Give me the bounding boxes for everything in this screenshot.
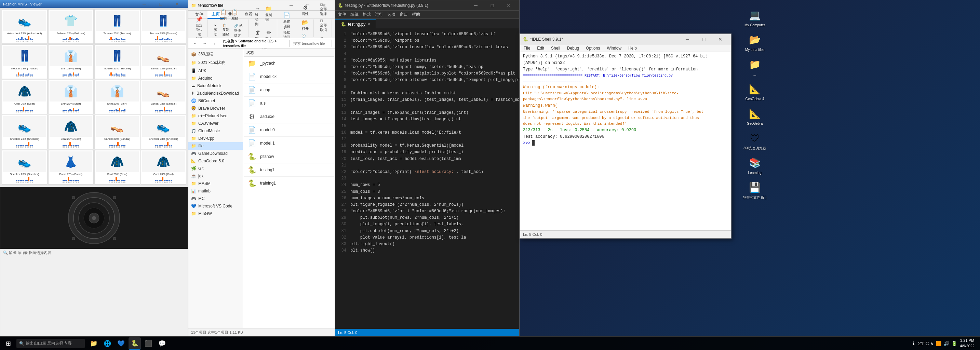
desktop-icon-mycomputer[interactable]: 💻 My Computer: [741, 6, 768, 29]
fm-properties-btn[interactable]: ⚙ 属性: [300, 3, 311, 18]
taskbar-app-terminal[interactable]: ⬛: [142, 337, 154, 350]
fm-minimize-button[interactable]: ─: [283, 0, 299, 11]
taskbar-app-explorer[interactable]: 📁: [88, 337, 100, 350]
fm-sidebar-game[interactable]: 🎮 GameDownload: [188, 150, 243, 157]
idle-maximize-button[interactable]: □: [696, 34, 712, 45]
desktop-icon-mydata[interactable]: 📂 My data files: [741, 31, 768, 54]
fm-address-bar[interactable]: 此电脑 > Software and file (E:) > tensorflo…: [220, 40, 290, 47]
fm-item-model0[interactable]: 📄 model.0: [244, 123, 334, 137]
fm-copyto-btn[interactable]: 📁 复制到: [263, 5, 274, 28]
line-code-29: plot_image(i, predictions[i], test_label…: [350, 221, 463, 228]
menu-format[interactable]: 格式: [363, 12, 371, 18]
desktop-icon-learning[interactable]: 📚 Learning: [741, 154, 768, 177]
fm-item-as[interactable]: 📄 a.s: [244, 97, 334, 110]
fm-sidebar-file[interactable]: 📁 file: [188, 142, 243, 150]
menu-window[interactable]: 窗口: [399, 12, 408, 18]
fm-item-testing1[interactable]: 🐍 testing1: [244, 163, 334, 177]
taskbar-app-python[interactable]: 🐍: [129, 337, 141, 350]
fm-sidebar-git[interactable]: 🌿 Git: [188, 165, 243, 172]
desktop-icon-geogebra4[interactable]: 📐 GeoGebra 4: [741, 80, 768, 103]
python-editor-window[interactable]: 🐍 testing.py - E:\tensorflow file\testin…: [335, 0, 520, 336]
desktop-icon-360[interactable]: 🛡 360安全浏览器: [741, 129, 768, 153]
idle-menu-file[interactable]: File: [522, 46, 531, 51]
fm-sidebar-2021[interactable]: 📁 2021 xcpc比赛: [188, 59, 243, 67]
fm-sidebar-bitcomet[interactable]: 🌀 BitComet: [188, 97, 243, 105]
menu-file[interactable]: 文件: [338, 12, 346, 18]
fm-back-button[interactable]: ←: [191, 39, 199, 48]
fm-sidebar-caj[interactable]: 📁 CAJViewer: [188, 119, 243, 127]
fm-item-acpp[interactable]: 📄 a.cpp: [244, 83, 334, 97]
fm-deselect-btn[interactable]: ☐ 全部取消: [318, 18, 329, 33]
idle-prompt-line[interactable]: >>>: [523, 140, 728, 146]
maximize-button[interactable]: □: [153, 0, 169, 9]
idle-menu-edit[interactable]: Edit: [536, 46, 546, 51]
fm-item-pycach[interactable]: 📁 _pycach: [244, 57, 334, 70]
idle-content-area[interactable]: Python 3.9.1 (tags/v3.9.1:1e5d33e, Dec 7…: [520, 52, 731, 231]
editor-code-area[interactable]: 1"color:">#569cd6;">import tensorflow "c…: [335, 29, 519, 329]
idle-shell-window[interactable]: 🐍 *IDLE Shell 3.9.1* ─ □ ✕ File Edit She…: [520, 33, 732, 239]
fm-sidebar-mingw[interactable]: 📁 MinGW: [188, 210, 243, 217]
editor-maximize-button[interactable]: □: [484, 0, 500, 11]
fm-sidebar-jdk[interactable]: ☕ jdk: [188, 172, 243, 180]
menu-run[interactable]: 运行: [375, 12, 383, 18]
fm-item-training1[interactable]: 🐍 training1: [244, 177, 334, 190]
fm-up-button[interactable]: ↑: [210, 39, 218, 48]
fm-sidebar-360[interactable]: 📦 360压缩: [188, 50, 243, 59]
menu-edit[interactable]: 编辑: [350, 12, 359, 18]
desktop-icon-folder3[interactable]: 📁 ...: [741, 56, 768, 79]
fm-sidebar-matlab[interactable]: 📊 matlab: [188, 187, 243, 195]
folder-bitcomet-icon: 🌀: [191, 99, 196, 103]
fm-search-input[interactable]: [291, 40, 332, 47]
menu-help[interactable]: 帮助: [412, 12, 420, 18]
fm-sidebar-cpp[interactable]: 📁 c++PictureUsed: [188, 112, 243, 119]
fm-item-pltshow[interactable]: 🐍 pltshow: [244, 150, 334, 163]
idle-minimize-button[interactable]: ─: [679, 34, 695, 45]
fm-sidebar-masm[interactable]: 📁 MASM: [188, 180, 243, 187]
fm-sidebar-arduino[interactable]: 📁 Arduino: [188, 75, 243, 82]
fm-sidebar-vscode[interactable]: 💙 Microsoft VS Code: [188, 202, 243, 210]
idle-menu-help[interactable]: Help: [627, 46, 638, 51]
fm-item-modelck[interactable]: 📄 model.ck: [244, 70, 334, 83]
taskbar-app-vscode[interactable]: 💙: [115, 337, 127, 350]
menu-options[interactable]: 选项: [387, 12, 396, 18]
editor-minimize-button[interactable]: ─: [468, 0, 484, 11]
fm-new-item-btn[interactable]: 📄 新建项目: [281, 11, 292, 25]
fm-item-model1[interactable]: 📄 model.1: [244, 137, 334, 150]
taskbar-search[interactable]: 🔍 输出山山最 反向选择内容: [16, 339, 85, 348]
fm-paste-btn[interactable]: 📋 粘贴: [229, 8, 240, 22]
move-label: 移动到: [255, 12, 261, 27]
fm-sidebar-devcpp[interactable]: 📁 Dev-Cpp: [188, 135, 243, 142]
editor-tab-testing[interactable]: 🐍 testing.py ✕: [335, 19, 376, 29]
minimize-button[interactable]: ─: [137, 0, 152, 9]
fm-sidebar-geo[interactable]: 📐 GeoGebra 5.0: [188, 157, 243, 165]
fm-select-all-btn[interactable]: ☑ 全部选择: [318, 2, 329, 18]
desktop-icon-geogebra[interactable]: 📐 GeoGebra: [741, 105, 768, 128]
taskbar-clock[interactable]: 3:21 PM 4/9/2022: [960, 338, 975, 348]
idle-menu-options[interactable]: Options: [584, 46, 601, 51]
fm-pin-btn[interactable]: 📌 固定到快速访问: [194, 15, 205, 42]
fm-sidebar-cloudmusic[interactable]: 🎵 CloudMusic: [188, 127, 243, 135]
tab-close[interactable]: ✕: [368, 22, 370, 26]
fm-sidebar-baidudl[interactable]: ⬇ BaiduNetdiskDownload: [188, 89, 243, 97]
idle-close-button[interactable]: ✕: [712, 34, 728, 45]
desktop-icon-software[interactable]: 💾 软件和文件 (E:): [741, 178, 768, 202]
idle-menu-debug[interactable]: Debug: [566, 46, 581, 51]
taskbar-app-chat[interactable]: 💬: [156, 337, 168, 350]
idle-menu-window[interactable]: Window: [605, 46, 623, 51]
fm-open-btn[interactable]: 📂 打开: [300, 18, 311, 32]
fm-sidebar-mc[interactable]: 🎮 MC: [188, 195, 243, 202]
fm-move-btn[interactable]: → 移动到: [253, 5, 262, 28]
idle-menu-shell[interactable]: Shell: [550, 46, 562, 51]
editor-close-button[interactable]: ✕: [501, 0, 517, 11]
close-button[interactable]: ✕: [169, 0, 185, 9]
fm-copy-btn[interactable]: 📋 复制: [218, 8, 229, 22]
start-button[interactable]: ⊞: [0, 337, 16, 350]
line-code-9: fashion_mist = keras.datasets.fashion_mn…: [350, 90, 456, 97]
fm-sidebar-brave[interactable]: 🦁 Brave Browser: [188, 105, 243, 112]
fm-forward-button[interactable]: →: [200, 39, 209, 48]
fm-item-asdexe[interactable]: ⚙ asd.exe: [244, 110, 334, 123]
file-manager-window[interactable]: 📁 tensorflow file ─ □ ✕ 文件 主页 共享 查看: [188, 0, 335, 336]
fm-sidebar-apk[interactable]: 📱 APK: [188, 67, 243, 75]
taskbar-app-browser[interactable]: 🌐: [101, 337, 113, 350]
fm-sidebar-baidu[interactable]: ☁ BaiduNetdisk: [188, 82, 243, 89]
